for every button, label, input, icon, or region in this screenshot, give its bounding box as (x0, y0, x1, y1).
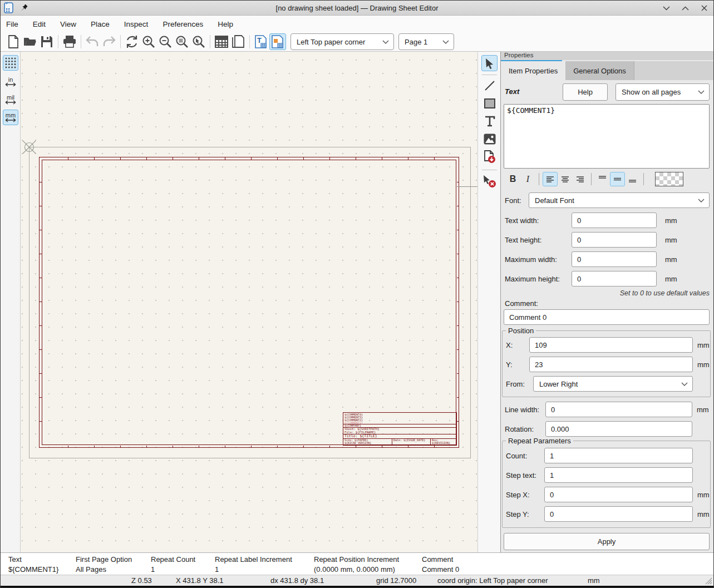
align-center-button[interactable] (558, 172, 573, 186)
unit-mils-label: mil (7, 95, 14, 100)
menu-file[interactable]: File (6, 20, 18, 28)
max-height-input[interactable] (572, 271, 657, 286)
corner-origin-select[interactable]: Left Top paper corner (290, 33, 394, 50)
align-right-icon (576, 176, 584, 182)
unit-inches-button[interactable]: in (3, 74, 18, 90)
page-settings-icon[interactable] (230, 33, 247, 50)
collapse-icon[interactable] (661, 3, 671, 13)
tabs-spacer (634, 61, 714, 80)
drawing-canvas[interactable]: ${COMMENT4} ${COMMENT3} ${COMMENT2} ${CO… (21, 52, 477, 552)
unit-mm-button[interactable]: mm (3, 110, 18, 125)
align-center-icon (561, 176, 569, 182)
corner-origin-value: Left Top paper corner (297, 38, 378, 46)
step-x-label: Step X: (506, 491, 530, 499)
menu-preferences[interactable]: Preferences (163, 20, 203, 28)
grid-visibility-button[interactable] (3, 55, 18, 71)
open-icon[interactable] (22, 33, 38, 50)
rectangle-tool-button[interactable] (481, 95, 498, 111)
append-sheet-button[interactable] (481, 149, 498, 165)
valign-middle-button[interactable] (610, 172, 625, 186)
select-tool-button[interactable] (481, 55, 498, 71)
text-color-swatch[interactable] (655, 172, 683, 186)
zoom-fit-icon[interactable] (174, 33, 190, 50)
line-tool-button[interactable] (481, 77, 498, 93)
close-icon[interactable] (699, 3, 709, 13)
zoom-out-icon[interactable] (157, 33, 174, 50)
show-preview-icon[interactable] (269, 33, 286, 50)
refresh-icon[interactable] (124, 33, 140, 50)
help-button[interactable]: Help (563, 83, 608, 101)
text-content-input[interactable]: ${COMMENT1} (504, 104, 710, 169)
text-width-unit: mm (665, 216, 677, 225)
position-x-input[interactable] (529, 337, 693, 353)
line-width-input[interactable] (545, 402, 692, 417)
tab-general-options[interactable]: General Options (565, 61, 634, 80)
step-x-input[interactable] (544, 487, 693, 502)
date-cell: Date: ${ISSUE_DATE} (392, 439, 431, 445)
title-block-table-icon[interactable] (213, 33, 230, 50)
toolbar-separator (249, 35, 250, 48)
menu-inspect[interactable]: Inspect (124, 20, 149, 28)
font-select[interactable]: Default Font (529, 192, 710, 208)
save-icon[interactable] (38, 33, 55, 50)
id-text[interactable]: Id: ${#}/${##} (432, 444, 455, 446)
valign-bottom-button[interactable] (625, 172, 640, 186)
zoom-selection-icon[interactable] (190, 33, 207, 50)
menu-view[interactable]: View (60, 20, 76, 28)
align-right-button[interactable] (573, 172, 588, 186)
rotation-input[interactable] (545, 421, 692, 437)
max-width-input[interactable] (572, 251, 657, 267)
position-y-input[interactable] (529, 357, 693, 372)
redo-icon[interactable] (101, 33, 117, 50)
text-height-input[interactable] (572, 232, 657, 248)
text-tool-icon (484, 116, 495, 127)
right-toolbar (477, 52, 500, 552)
delete-tool-button[interactable] (481, 173, 498, 189)
grid-dots-icon (5, 57, 16, 68)
step-y-unit: mm (697, 510, 710, 518)
print-icon[interactable] (61, 33, 78, 50)
image-tool-button[interactable] (481, 131, 498, 147)
frame-ticks-top (42, 157, 456, 160)
chevron-down-icon (442, 40, 449, 44)
comment-input[interactable] (504, 309, 710, 325)
title-block[interactable]: ${COMMENT4} ${COMMENT3} ${COMMENT2} ${CO… (343, 412, 457, 446)
show-on-pages-select[interactable]: Show on all pages (615, 83, 710, 101)
resize-grip-icon[interactable] (705, 577, 712, 585)
maximize-icon[interactable] (680, 3, 690, 13)
align-left-button[interactable] (543, 172, 558, 186)
valign-top-icon (598, 175, 607, 183)
apply-button[interactable]: Apply (504, 533, 710, 550)
menu-help[interactable]: Help (218, 20, 233, 28)
repeat-count-input[interactable] (544, 448, 693, 463)
position-from-select[interactable]: Lower Right (533, 376, 693, 392)
tab-item-properties[interactable]: Item Properties (501, 61, 565, 80)
bold-button[interactable]: B (505, 172, 520, 186)
step-y-input[interactable] (544, 506, 693, 522)
page-select[interactable]: Page 1 (398, 33, 454, 50)
max-width-label: Maximum width: (505, 255, 557, 264)
menu-place[interactable]: Place (91, 20, 110, 28)
menu-edit[interactable]: Edit (33, 20, 46, 28)
properties-panel-title[interactable]: Properties (501, 52, 714, 60)
double-arrow-icon (4, 100, 17, 105)
kicad-version-text[interactable]: ${KICAD_VERSION} (344, 442, 391, 444)
status-cursor-delta: dx 431.8 dy 38.1 (270, 576, 324, 585)
text-tool-button[interactable] (481, 113, 498, 129)
new-sheet-icon[interactable] (5, 33, 22, 50)
text-format-bar: B I (501, 171, 714, 187)
align-left-icon (546, 176, 554, 182)
step-text-input[interactable] (544, 467, 693, 483)
text-width-input[interactable] (572, 213, 657, 228)
unit-mils-button[interactable]: mil (3, 92, 18, 107)
zoom-in-icon[interactable] (140, 33, 157, 50)
cursor-crosshair (457, 186, 477, 187)
show-placeholders-icon[interactable]: T (253, 33, 269, 50)
status-bar: Z 0.53 X 431.8 Y 38.1 dx 431.8 dy 38.1 g… (1, 575, 713, 586)
date-text[interactable]: Date: ${ISSUE_DATE} (393, 438, 425, 442)
valign-top-button[interactable] (595, 172, 610, 186)
undo-icon[interactable] (84, 33, 101, 50)
origin-marker-icon (22, 140, 37, 155)
window-title: [no drawing sheet loaded] — Drawing Shee… (1, 4, 713, 12)
italic-button[interactable]: I (520, 172, 535, 186)
